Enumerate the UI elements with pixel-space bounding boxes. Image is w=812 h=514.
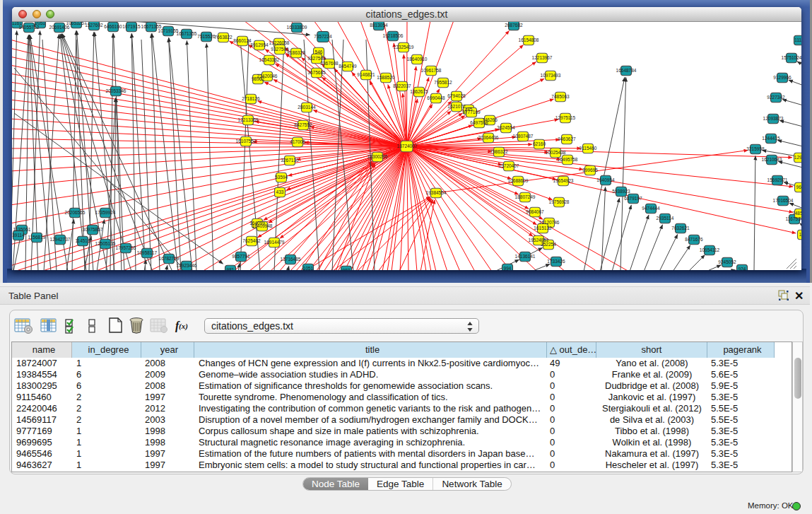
svg-text:7955812: 7955812 bbox=[434, 80, 452, 85]
svg-text:9327508: 9327508 bbox=[307, 56, 326, 61]
svg-text:16671355: 16671355 bbox=[177, 31, 197, 36]
svg-text:1615132: 1615132 bbox=[534, 226, 552, 230]
svg-text:1362615: 1362615 bbox=[410, 89, 428, 94]
svg-text:16648784: 16648784 bbox=[616, 68, 637, 73]
svg-text:18640910: 18640910 bbox=[407, 57, 428, 62]
svg-text:7515526: 7515526 bbox=[197, 34, 216, 39]
svg-text:16782759: 16782759 bbox=[159, 256, 180, 261]
svg-text:9463627: 9463627 bbox=[558, 136, 576, 141]
svg-text:164: 164 bbox=[799, 232, 801, 237]
svg-text:1244415: 1244415 bbox=[762, 136, 780, 141]
svg-text:252254: 252254 bbox=[541, 242, 556, 247]
svg-text:1621072: 1621072 bbox=[447, 104, 466, 109]
svg-text:546: 546 bbox=[315, 49, 323, 54]
svg-text:7625402: 7625402 bbox=[242, 238, 261, 243]
svg-text:417006: 417006 bbox=[290, 139, 305, 144]
svg-text:1297: 1297 bbox=[794, 155, 801, 160]
svg-text:14055712: 14055712 bbox=[19, 25, 40, 30]
svg-text:10719155: 10719155 bbox=[158, 28, 179, 33]
svg-text:16033809: 16033809 bbox=[287, 25, 307, 30]
svg-text:19654923: 19654923 bbox=[553, 178, 574, 183]
svg-text:7663822: 7663822 bbox=[214, 35, 233, 40]
svg-text:9474444: 9474444 bbox=[642, 206, 660, 211]
svg-text:433: 433 bbox=[276, 189, 284, 194]
svg-text:12975115: 12975115 bbox=[555, 115, 576, 120]
svg-text:9327506: 9327506 bbox=[271, 47, 289, 52]
svg-text:2718126: 2718126 bbox=[242, 96, 260, 101]
svg-text:12923446: 12923446 bbox=[177, 263, 197, 268]
svg-text:18300295: 18300295 bbox=[367, 154, 388, 159]
svg-text:8186328: 8186328 bbox=[287, 50, 305, 55]
svg-text:981: 981 bbox=[227, 267, 235, 270]
svg-text:1527602: 1527602 bbox=[85, 23, 103, 28]
svg-text:9084067: 9084067 bbox=[526, 209, 544, 214]
svg-text:3624554: 3624554 bbox=[497, 125, 515, 130]
svg-text:7986322: 7986322 bbox=[490, 149, 508, 154]
svg-text:6990448: 6990448 bbox=[427, 95, 445, 100]
svg-text:19756928: 19756928 bbox=[549, 199, 570, 204]
svg-text:3267130: 3267130 bbox=[281, 158, 299, 163]
svg-text:16210643: 16210643 bbox=[762, 157, 782, 162]
svg-text:13325419: 13325419 bbox=[394, 45, 414, 49]
svg-text:14136141: 14136141 bbox=[515, 254, 536, 259]
svg-text:2803144: 2803144 bbox=[298, 105, 316, 110]
svg-text:15692971: 15692971 bbox=[767, 177, 788, 182]
svg-text:12213967: 12213967 bbox=[532, 55, 553, 60]
svg-text:924: 924 bbox=[739, 267, 746, 270]
svg-text:7632621: 7632621 bbox=[671, 226, 690, 230]
svg-text:9857791: 9857791 bbox=[232, 254, 250, 259]
svg-text:899695: 899695 bbox=[582, 168, 598, 173]
svg-text:19384554: 19384554 bbox=[426, 190, 447, 195]
svg-text:7357224: 7357224 bbox=[314, 34, 332, 39]
svg-text:16914479: 16914479 bbox=[264, 240, 285, 245]
svg-text:1167534: 1167534 bbox=[786, 216, 801, 221]
svg-text:8660124: 8660124 bbox=[233, 38, 252, 43]
svg-text:17957255: 17957255 bbox=[116, 245, 136, 250]
svg-text:8454749: 8454749 bbox=[339, 64, 357, 69]
svg-text:10807487: 10807487 bbox=[513, 134, 534, 139]
svg-text:6794028: 6794028 bbox=[447, 93, 466, 98]
svg-text:16107552: 16107552 bbox=[236, 139, 257, 144]
svg-text:1733426: 1733426 bbox=[547, 259, 565, 264]
svg-text:9777169: 9777169 bbox=[462, 110, 481, 115]
svg-text:2935114: 2935114 bbox=[657, 216, 674, 221]
svg-text:10958117: 10958117 bbox=[137, 250, 158, 255]
svg-text:8427552: 8427552 bbox=[294, 122, 312, 127]
svg-text:9146821: 9146821 bbox=[357, 72, 375, 77]
svg-text:15720407: 15720407 bbox=[499, 163, 519, 168]
svg-text:5938923: 5938923 bbox=[612, 189, 630, 194]
svg-text:12093873: 12093873 bbox=[763, 116, 784, 121]
svg-text:1051: 1051 bbox=[303, 266, 314, 270]
svg-text:30975867: 30975867 bbox=[83, 227, 103, 232]
svg-text:1117: 1117 bbox=[794, 37, 801, 42]
svg-text:1640954: 1640954 bbox=[596, 177, 615, 182]
svg-text:17016504: 17016504 bbox=[773, 198, 794, 203]
svg-text:1156819: 1156819 bbox=[28, 235, 46, 240]
svg-text:8322037: 8322037 bbox=[393, 83, 411, 88]
svg-text:20364436: 20364436 bbox=[478, 135, 499, 140]
svg-text:19218506: 19218506 bbox=[383, 33, 404, 38]
svg-text:7485063: 7485063 bbox=[551, 94, 570, 99]
svg-text:10025438: 10025438 bbox=[546, 150, 566, 155]
svg-text:(x): (x) bbox=[179, 322, 188, 331]
svg-text:20691406: 20691406 bbox=[49, 25, 70, 30]
svg-text:13226058: 13226058 bbox=[269, 40, 290, 45]
svg-text:2687682: 2687682 bbox=[505, 23, 523, 28]
svg-text:13716485: 13716485 bbox=[281, 257, 301, 262]
svg-text:3215958: 3215958 bbox=[746, 146, 765, 151]
svg-text:746266: 746266 bbox=[482, 117, 498, 122]
svg-text:10973493: 10973493 bbox=[541, 73, 561, 78]
svg-text:20053346: 20053346 bbox=[106, 88, 126, 93]
svg-text:10653257: 10653257 bbox=[66, 22, 87, 25]
svg-text:1071915: 1071915 bbox=[122, 24, 141, 29]
svg-text:114519: 114519 bbox=[75, 238, 90, 243]
svg-text:994: 994 bbox=[504, 266, 512, 270]
svg-text:8813054: 8813054 bbox=[370, 23, 388, 28]
svg-text:15751024: 15751024 bbox=[782, 55, 801, 60]
svg-text:6879197: 6879197 bbox=[624, 196, 642, 201]
svg-text:987: 987 bbox=[343, 268, 351, 270]
svg-text:9115460: 9115460 bbox=[579, 146, 597, 151]
svg-text:2367608: 2367608 bbox=[320, 61, 339, 66]
svg-text:16120746: 16120746 bbox=[539, 220, 560, 225]
svg-text:17359924: 17359924 bbox=[95, 210, 116, 215]
